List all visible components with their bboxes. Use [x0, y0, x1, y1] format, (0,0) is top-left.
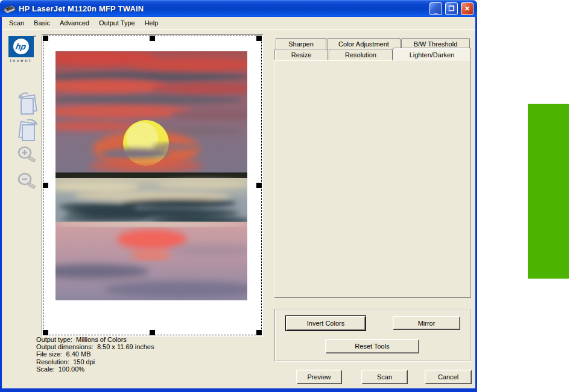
- selection-marquee[interactable]: [43, 36, 262, 335]
- scanner-icon: [4, 3, 16, 14]
- menu-output-type[interactable]: Output Type: [95, 18, 139, 28]
- menu-help[interactable]: Help: [141, 18, 163, 28]
- lighten-darken-panel: [274, 60, 471, 298]
- hp-logo: hp ™ invent: [8, 36, 35, 65]
- tab-resolution[interactable]: Resolution: [329, 49, 393, 60]
- scan-info: Output type: Millions of Colors Output d…: [36, 336, 154, 373]
- preview-button[interactable]: Preview: [296, 370, 342, 384]
- zoom-out-icon[interactable]: [16, 172, 40, 196]
- window-title: HP LaserJet M1120n MFP TWAIN: [19, 4, 426, 13]
- selection-handle[interactable]: [256, 36, 262, 41]
- zoom-in-icon[interactable]: [16, 145, 40, 169]
- selection-handle[interactable]: [43, 36, 48, 41]
- scan-page[interactable]: [43, 36, 262, 335]
- mirror-button[interactable]: Mirror: [393, 316, 460, 330]
- selection-handle[interactable]: [43, 330, 48, 335]
- selection-handle[interactable]: [150, 36, 155, 41]
- close-button[interactable]: ✕: [461, 2, 473, 15]
- client-area: hp ™ invent: [2, 30, 475, 388]
- selection-handle[interactable]: [150, 330, 155, 335]
- green-highlight-rect: [528, 104, 569, 279]
- info-file-size: File size: 6.40 MB: [36, 350, 154, 358]
- info-resolution: Resolution: 150 dpi: [36, 358, 154, 365]
- maximize-button[interactable]: ❐: [445, 2, 458, 15]
- tab-resize[interactable]: Resize: [274, 49, 328, 60]
- menu-scan[interactable]: Scan: [5, 18, 28, 28]
- screen: HP LaserJet M1120n MFP TWAIN _ ❐ ✕ Scan …: [0, 0, 570, 392]
- info-output-dimensions: Output dimensions: 8.50 x 11.69 inches: [36, 343, 154, 350]
- title-bar[interactable]: HP LaserJet M1120n MFP TWAIN _ ❐ ✕: [0, 0, 477, 17]
- menu-advanced[interactable]: Advanced: [55, 18, 93, 28]
- info-scale: Scale: 100.00%: [36, 365, 154, 373]
- scan-button[interactable]: Scan: [361, 370, 408, 384]
- menu-bar: Scan Basic Advanced Output Type Help: [2, 17, 475, 30]
- info-output-type: Output type: Millions of Colors: [36, 336, 154, 343]
- hp-invent-label: invent: [8, 58, 34, 63]
- tab-sharpen[interactable]: Sharpen: [276, 38, 326, 49]
- cancel-button[interactable]: Cancel: [425, 370, 472, 384]
- selection-handle[interactable]: [256, 183, 262, 188]
- selection-handle[interactable]: [43, 183, 48, 188]
- scan-preview-area: [42, 34, 263, 337]
- twain-window: HP LaserJet M1120n MFP TWAIN _ ❐ ✕ Scan …: [0, 0, 477, 392]
- rotate-left-icon[interactable]: [16, 91, 40, 115]
- tab-lighten-darken[interactable]: Lighten/Darken: [393, 48, 471, 61]
- selection-handle[interactable]: [256, 330, 262, 335]
- invert-colors-button[interactable]: Invert Colors: [285, 315, 366, 331]
- reset-tools-button[interactable]: Reset Tools: [325, 339, 419, 353]
- minimize-button[interactable]: _: [429, 2, 442, 15]
- menu-basic[interactable]: Basic: [30, 18, 54, 28]
- tab-color-adjustment[interactable]: Color Adjustment: [327, 38, 401, 49]
- rotate-right-icon[interactable]: [16, 118, 40, 142]
